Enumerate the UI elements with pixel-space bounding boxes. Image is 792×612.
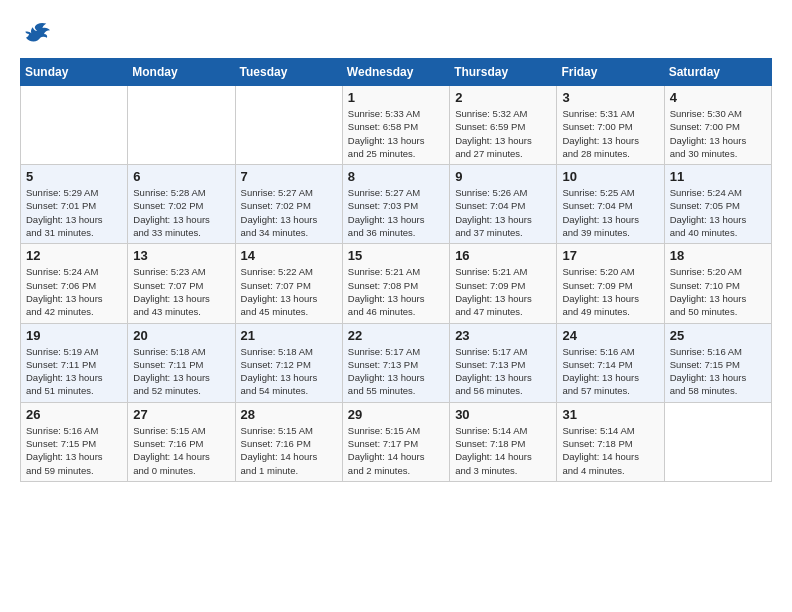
day-info: Sunrise: 5:18 AM Sunset: 7:11 PM Dayligh… (133, 345, 229, 398)
day-info: Sunrise: 5:21 AM Sunset: 7:09 PM Dayligh… (455, 265, 551, 318)
calendar-cell (21, 86, 128, 165)
day-number: 30 (455, 407, 551, 422)
day-number: 6 (133, 169, 229, 184)
day-info: Sunrise: 5:15 AM Sunset: 7:17 PM Dayligh… (348, 424, 444, 477)
calendar-week-1: 1Sunrise: 5:33 AM Sunset: 6:58 PM Daylig… (21, 86, 772, 165)
day-number: 31 (562, 407, 658, 422)
day-info: Sunrise: 5:32 AM Sunset: 6:59 PM Dayligh… (455, 107, 551, 160)
day-number: 9 (455, 169, 551, 184)
calendar-cell: 15Sunrise: 5:21 AM Sunset: 7:08 PM Dayli… (342, 244, 449, 323)
calendar-cell: 9Sunrise: 5:26 AM Sunset: 7:04 PM Daylig… (450, 165, 557, 244)
calendar-cell (664, 402, 771, 481)
calendar-cell: 3Sunrise: 5:31 AM Sunset: 7:00 PM Daylig… (557, 86, 664, 165)
day-number: 28 (241, 407, 337, 422)
calendar-cell: 8Sunrise: 5:27 AM Sunset: 7:03 PM Daylig… (342, 165, 449, 244)
calendar-cell: 5Sunrise: 5:29 AM Sunset: 7:01 PM Daylig… (21, 165, 128, 244)
day-number: 29 (348, 407, 444, 422)
day-number: 20 (133, 328, 229, 343)
day-info: Sunrise: 5:16 AM Sunset: 7:15 PM Dayligh… (26, 424, 122, 477)
day-info: Sunrise: 5:22 AM Sunset: 7:07 PM Dayligh… (241, 265, 337, 318)
day-info: Sunrise: 5:20 AM Sunset: 7:10 PM Dayligh… (670, 265, 766, 318)
day-number: 14 (241, 248, 337, 263)
day-number: 1 (348, 90, 444, 105)
day-number: 5 (26, 169, 122, 184)
calendar-cell: 13Sunrise: 5:23 AM Sunset: 7:07 PM Dayli… (128, 244, 235, 323)
weekday-header-monday: Monday (128, 59, 235, 86)
calendar-cell: 7Sunrise: 5:27 AM Sunset: 7:02 PM Daylig… (235, 165, 342, 244)
day-number: 19 (26, 328, 122, 343)
calendar-cell: 27Sunrise: 5:15 AM Sunset: 7:16 PM Dayli… (128, 402, 235, 481)
logo (20, 20, 54, 48)
calendar-cell: 16Sunrise: 5:21 AM Sunset: 7:09 PM Dayli… (450, 244, 557, 323)
calendar-week-4: 19Sunrise: 5:19 AM Sunset: 7:11 PM Dayli… (21, 323, 772, 402)
day-info: Sunrise: 5:14 AM Sunset: 7:18 PM Dayligh… (562, 424, 658, 477)
page-header (20, 20, 772, 48)
day-info: Sunrise: 5:17 AM Sunset: 7:13 PM Dayligh… (455, 345, 551, 398)
day-number: 24 (562, 328, 658, 343)
calendar-cell: 6Sunrise: 5:28 AM Sunset: 7:02 PM Daylig… (128, 165, 235, 244)
weekday-header-friday: Friday (557, 59, 664, 86)
calendar-cell: 30Sunrise: 5:14 AM Sunset: 7:18 PM Dayli… (450, 402, 557, 481)
day-number: 10 (562, 169, 658, 184)
day-info: Sunrise: 5:23 AM Sunset: 7:07 PM Dayligh… (133, 265, 229, 318)
weekday-header-saturday: Saturday (664, 59, 771, 86)
day-number: 23 (455, 328, 551, 343)
day-info: Sunrise: 5:33 AM Sunset: 6:58 PM Dayligh… (348, 107, 444, 160)
calendar-cell: 14Sunrise: 5:22 AM Sunset: 7:07 PM Dayli… (235, 244, 342, 323)
day-number: 26 (26, 407, 122, 422)
day-number: 8 (348, 169, 444, 184)
logo-bird-icon (20, 20, 50, 48)
day-info: Sunrise: 5:14 AM Sunset: 7:18 PM Dayligh… (455, 424, 551, 477)
calendar-cell: 25Sunrise: 5:16 AM Sunset: 7:15 PM Dayli… (664, 323, 771, 402)
weekday-header-tuesday: Tuesday (235, 59, 342, 86)
day-info: Sunrise: 5:30 AM Sunset: 7:00 PM Dayligh… (670, 107, 766, 160)
day-info: Sunrise: 5:29 AM Sunset: 7:01 PM Dayligh… (26, 186, 122, 239)
calendar-cell: 10Sunrise: 5:25 AM Sunset: 7:04 PM Dayli… (557, 165, 664, 244)
calendar-header-row: SundayMondayTuesdayWednesdayThursdayFrid… (21, 59, 772, 86)
calendar-cell: 26Sunrise: 5:16 AM Sunset: 7:15 PM Dayli… (21, 402, 128, 481)
day-info: Sunrise: 5:26 AM Sunset: 7:04 PM Dayligh… (455, 186, 551, 239)
weekday-header-sunday: Sunday (21, 59, 128, 86)
day-number: 15 (348, 248, 444, 263)
weekday-header-thursday: Thursday (450, 59, 557, 86)
calendar-cell: 24Sunrise: 5:16 AM Sunset: 7:14 PM Dayli… (557, 323, 664, 402)
day-number: 11 (670, 169, 766, 184)
calendar-cell (128, 86, 235, 165)
day-info: Sunrise: 5:18 AM Sunset: 7:12 PM Dayligh… (241, 345, 337, 398)
calendar-cell: 18Sunrise: 5:20 AM Sunset: 7:10 PM Dayli… (664, 244, 771, 323)
day-info: Sunrise: 5:15 AM Sunset: 7:16 PM Dayligh… (241, 424, 337, 477)
day-number: 16 (455, 248, 551, 263)
day-number: 17 (562, 248, 658, 263)
day-number: 7 (241, 169, 337, 184)
day-info: Sunrise: 5:20 AM Sunset: 7:09 PM Dayligh… (562, 265, 658, 318)
day-info: Sunrise: 5:24 AM Sunset: 7:06 PM Dayligh… (26, 265, 122, 318)
calendar-cell: 1Sunrise: 5:33 AM Sunset: 6:58 PM Daylig… (342, 86, 449, 165)
day-number: 18 (670, 248, 766, 263)
calendar-cell: 4Sunrise: 5:30 AM Sunset: 7:00 PM Daylig… (664, 86, 771, 165)
day-number: 27 (133, 407, 229, 422)
calendar-cell: 12Sunrise: 5:24 AM Sunset: 7:06 PM Dayli… (21, 244, 128, 323)
calendar-week-2: 5Sunrise: 5:29 AM Sunset: 7:01 PM Daylig… (21, 165, 772, 244)
calendar-cell: 21Sunrise: 5:18 AM Sunset: 7:12 PM Dayli… (235, 323, 342, 402)
day-number: 21 (241, 328, 337, 343)
calendar-cell: 22Sunrise: 5:17 AM Sunset: 7:13 PM Dayli… (342, 323, 449, 402)
calendar-cell: 23Sunrise: 5:17 AM Sunset: 7:13 PM Dayli… (450, 323, 557, 402)
day-info: Sunrise: 5:19 AM Sunset: 7:11 PM Dayligh… (26, 345, 122, 398)
day-info: Sunrise: 5:16 AM Sunset: 7:15 PM Dayligh… (670, 345, 766, 398)
day-info: Sunrise: 5:31 AM Sunset: 7:00 PM Dayligh… (562, 107, 658, 160)
calendar-cell: 2Sunrise: 5:32 AM Sunset: 6:59 PM Daylig… (450, 86, 557, 165)
day-info: Sunrise: 5:28 AM Sunset: 7:02 PM Dayligh… (133, 186, 229, 239)
day-number: 4 (670, 90, 766, 105)
day-number: 13 (133, 248, 229, 263)
calendar-cell (235, 86, 342, 165)
day-info: Sunrise: 5:24 AM Sunset: 7:05 PM Dayligh… (670, 186, 766, 239)
day-number: 3 (562, 90, 658, 105)
day-info: Sunrise: 5:27 AM Sunset: 7:03 PM Dayligh… (348, 186, 444, 239)
calendar-cell: 29Sunrise: 5:15 AM Sunset: 7:17 PM Dayli… (342, 402, 449, 481)
calendar-week-3: 12Sunrise: 5:24 AM Sunset: 7:06 PM Dayli… (21, 244, 772, 323)
weekday-header-wednesday: Wednesday (342, 59, 449, 86)
calendar-table: SundayMondayTuesdayWednesdayThursdayFrid… (20, 58, 772, 482)
calendar-cell: 28Sunrise: 5:15 AM Sunset: 7:16 PM Dayli… (235, 402, 342, 481)
day-number: 2 (455, 90, 551, 105)
day-number: 25 (670, 328, 766, 343)
